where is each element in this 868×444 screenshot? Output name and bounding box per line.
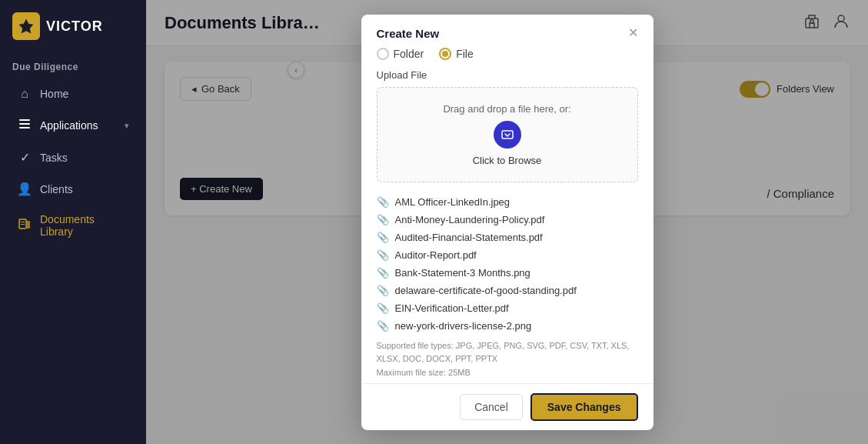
file-attachment-icon: 📎 [377, 232, 389, 243]
list-item[interactable]: 📎 EIN-Verification-Letter.pdf [377, 299, 638, 317]
modal-close-button[interactable]: ✕ [628, 27, 638, 39]
cancel-label: Cancel [474, 401, 508, 413]
file-attachment-icon: 📎 [377, 285, 389, 296]
sidebar: VICTOR Due Diligence ⌂ Home Applications… [0, 0, 146, 444]
list-item[interactable]: 📎 new-york-drivers-license-2.png [377, 317, 638, 335]
file-name: new-york-drivers-license-2.png [395, 320, 532, 332]
upload-section: Upload File Drag and drop a file here, o… [361, 69, 653, 190]
sidebar-item-documents-library[interactable]: Documents Library [5, 205, 141, 245]
file-attachment-icon: 📎 [377, 196, 389, 208]
sidebar-item-clients[interactable]: 👤 Clients [5, 174, 141, 204]
svg-rect-6 [21, 224, 25, 225]
modal-footer: Cancel Save Changes [361, 383, 653, 430]
supported-types: Supported file types: JPG, JPEG, PNG, SV… [361, 336, 653, 383]
save-changes-button[interactable]: Save Changes [530, 393, 638, 421]
sidebar-logo: VICTOR [0, 0, 146, 52]
modal-overlay: Create New ✕ Folder File [146, 0, 868, 444]
svg-rect-11 [502, 131, 513, 139]
supported-types-text: Supported file types: JPG, JPEG, PNG, SV… [377, 341, 630, 364]
file-label: File [456, 48, 474, 60]
file-name: Audited-Financial-Statements.pdf [395, 232, 543, 243]
list-item[interactable]: 📎 Auditor-Report.pdf [377, 246, 638, 264]
applications-icon [17, 118, 32, 133]
chevron-down-icon: ▾ [125, 121, 129, 131]
folder-radio-circle [377, 48, 389, 60]
file-name: EIN-Verification-Letter.pdf [395, 302, 509, 314]
list-item[interactable]: 📎 Bank-Statement-3 Months.png [377, 264, 638, 282]
sidebar-section-title: Due Diligence [0, 52, 146, 78]
modal-title: Create New [377, 27, 440, 40]
file-radio-option[interactable]: File [439, 48, 474, 60]
logo-icon [12, 12, 40, 40]
click-to-browse-label: Click to Browse [473, 155, 542, 166]
svg-rect-1 [19, 119, 30, 121]
file-name: AML Officer-LinkedIn.jpeg [395, 196, 510, 208]
close-icon: ✕ [628, 26, 638, 39]
save-changes-label: Save Changes [547, 401, 621, 413]
folder-radio-option[interactable]: Folder [377, 48, 424, 60]
list-item[interactable]: 📎 AML Officer-LinkedIn.jpeg [377, 193, 638, 211]
file-radio-circle [439, 48, 451, 60]
file-name: delaware-certificate-of-good-standing.pd… [395, 285, 577, 296]
cancel-button[interactable]: Cancel [460, 394, 523, 420]
sidebar-nav: ⌂ Home Applications ▾ ✓ Tasks 👤 Clients … [0, 78, 146, 444]
sidebar-item-clients-label: Clients [40, 183, 129, 195]
file-name: Auditor-Report.pdf [395, 249, 477, 261]
clients-icon: 👤 [17, 182, 32, 196]
sidebar-item-home[interactable]: ⌂ Home [5, 79, 141, 108]
file-list: 📎 AML Officer-LinkedIn.jpeg 📎 Anti-Money… [361, 190, 653, 336]
svg-rect-7 [27, 221, 30, 229]
svg-rect-3 [19, 127, 30, 129]
folder-label: Folder [394, 48, 424, 60]
dropzone-text: Drag and drop a file here, or: [443, 103, 570, 115]
list-item[interactable]: 📎 Audited-Financial-Statements.pdf [377, 229, 638, 246]
sidebar-item-tasks[interactable]: ✓ Tasks [5, 142, 141, 172]
tasks-icon: ✓ [17, 150, 32, 165]
svg-rect-2 [19, 123, 30, 125]
home-icon: ⌂ [17, 87, 32, 101]
create-new-modal: Create New ✕ Folder File [361, 15, 653, 430]
file-name: Anti-Money-Laundering-Policy.pdf [395, 214, 545, 225]
svg-marker-0 [19, 19, 33, 33]
file-attachment-icon: 📎 [377, 214, 389, 225]
file-radio-inner [442, 51, 448, 57]
logo-text: VICTOR [46, 18, 103, 35]
file-attachment-icon: 📎 [377, 320, 389, 332]
file-attachment-icon: 📎 [377, 249, 389, 261]
sidebar-item-documents-library-label: Documents Library [40, 213, 129, 238]
file-attachment-icon: 📎 [377, 302, 389, 314]
svg-rect-5 [21, 222, 25, 222]
sidebar-item-tasks-label: Tasks [40, 152, 129, 164]
upload-label: Upload File [377, 69, 638, 81]
sidebar-item-home-label: Home [40, 88, 129, 100]
documents-library-icon [17, 218, 32, 233]
file-name: Bank-Statement-3 Months.png [395, 267, 530, 279]
list-item[interactable]: 📎 delaware-certificate-of-good-standing.… [377, 282, 638, 299]
upload-dropzone[interactable]: Drag and drop a file here, or: Click to … [377, 87, 638, 182]
list-item[interactable]: 📎 Anti-Money-Laundering-Policy.pdf [377, 211, 638, 229]
sidebar-item-applications-label: Applications [40, 119, 117, 132]
browse-icon[interactable] [494, 121, 521, 149]
type-selector: Folder File [361, 48, 653, 69]
main-content: ‹ Documents Libra… ◂ Go Back [146, 0, 868, 444]
modal-header: Create New ✕ [361, 15, 653, 48]
file-attachment-icon: 📎 [377, 267, 389, 279]
max-size-text: Maximum file size: 25MB [377, 368, 471, 377]
sidebar-item-applications[interactable]: Applications ▾ [5, 110, 141, 141]
